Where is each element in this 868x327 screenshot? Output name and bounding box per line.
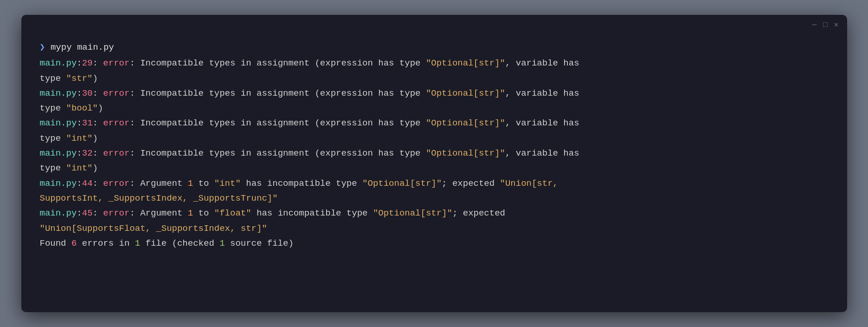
terminal-text-segment: "Optional[str]" <box>426 118 505 128</box>
terminal-text-segment: error <box>103 148 129 158</box>
terminal-line-line4a: main.py:32: error: Incompatible types in… <box>40 146 829 161</box>
command-text: mypy main.py <box>51 40 114 55</box>
terminal-text-segment: has incompatible type <box>241 178 362 189</box>
terminal-text-segment: : <box>93 178 103 189</box>
terminal-text-segment: : <box>77 58 82 68</box>
terminal-line-line3a: main.py:31: error: Incompatible types in… <box>40 116 829 131</box>
terminal-text-segment: error <box>103 88 129 98</box>
terminal-text-segment: main.py <box>40 58 77 68</box>
terminal-line-line6b: "Union[SupportsFloat, _SupportsIndex, st… <box>40 221 829 236</box>
terminal-text-segment: "bool" <box>66 103 98 113</box>
terminal-text-segment: "str" <box>66 73 93 84</box>
terminal-text-segment: main.py <box>40 118 77 128</box>
terminal-text-segment: type <box>40 73 66 84</box>
terminal-text-segment: ) <box>93 73 98 84</box>
terminal-text-segment: ) <box>93 163 98 173</box>
terminal-text-segment: 30 <box>82 88 93 98</box>
terminal-text-segment: : Argument <box>129 208 187 218</box>
terminal-text-segment: "Optional[str]" <box>426 148 505 158</box>
terminal-text-segment: "Optional[str]" <box>426 58 505 68</box>
terminal-text-segment: "float" <box>214 208 251 218</box>
terminal-text-segment: , variable has <box>505 88 579 98</box>
terminal-text-segment: error <box>103 208 129 218</box>
terminal-text-segment: main.py <box>40 178 77 189</box>
terminal-text-segment: ) <box>93 133 98 144</box>
terminal-text-segment: : <box>77 178 82 189</box>
terminal-text-segment: source file) <box>225 238 294 249</box>
terminal-line-line1a: main.py:29: error: Incompatible types in… <box>40 56 829 71</box>
terminal-text-segment: 29 <box>82 58 93 68</box>
terminal-text-segment: error <box>103 58 129 68</box>
terminal-text-segment: : <box>93 118 103 128</box>
terminal-text-segment: : <box>77 88 82 98</box>
terminal-text-segment: type <box>40 103 66 113</box>
terminal-text-segment: ; expected <box>452 208 505 218</box>
terminal-window: ─ □ ✕ ❯ mypy main.py main.py:29: error: … <box>21 15 847 312</box>
terminal-text-segment: , variable has <box>505 58 579 68</box>
terminal-line-line1b: type "str") <box>40 71 829 86</box>
title-bar: ─ □ ✕ <box>21 15 847 35</box>
terminal-text-segment: expected <box>452 178 495 189</box>
terminal-text-segment: : <box>77 118 82 128</box>
terminal-text-segment: 1 <box>188 208 193 218</box>
terminal-text-segment: "Optional[str]" <box>373 208 452 218</box>
terminal-text-segment: : <box>93 58 103 68</box>
terminal-text-segment: to <box>193 208 214 218</box>
terminal-text-segment: Found <box>40 238 71 249</box>
terminal-text-segment: "Optional[str]" <box>426 88 505 98</box>
terminal-text-segment: ) <box>98 103 103 113</box>
terminal-text-segment: type <box>40 133 66 144</box>
terminal-text-segment: : <box>93 208 103 218</box>
prompt-chevron-icon: ❯ <box>40 40 45 55</box>
terminal-text-segment: : Argument <box>129 178 187 189</box>
terminal-text-segment: has incompatible type <box>251 208 373 218</box>
terminal-text-segment: SupportsInt, _SupportsIndex, _SupportsTr… <box>40 193 278 203</box>
terminal-text-segment: "int" <box>66 133 93 144</box>
terminal-text-segment: : Incompatible types in assignment (expr… <box>129 88 426 98</box>
terminal-text-segment: , variable has <box>505 148 579 158</box>
terminal-text-segment: main.py <box>40 148 77 158</box>
terminal-line-line4b: type "int") <box>40 161 829 176</box>
terminal-text-segment: 44 <box>82 178 93 189</box>
prompt-line: ❯ mypy main.py <box>40 40 829 55</box>
terminal-text-segment: : Incompatible types in assignment (expr… <box>129 58 426 68</box>
terminal-line-line2a: main.py:30: error: Incompatible types in… <box>40 86 829 101</box>
terminal-line-line5b: SupportsInt, _SupportsIndex, _SupportsTr… <box>40 191 829 206</box>
close-button[interactable]: ✕ <box>834 21 839 29</box>
terminal-text-segment: 45 <box>82 208 93 218</box>
minimize-button[interactable]: ─ <box>812 21 817 29</box>
terminal-text-segment: "Union[str, <box>495 178 558 189</box>
terminal-text-segment: to <box>193 178 214 189</box>
output-lines: main.py:29: error: Incompatible types in… <box>40 56 829 251</box>
terminal-text-segment: file (checked <box>140 238 219 249</box>
terminal-text-segment: : <box>77 148 82 158</box>
terminal-line-line3b: type "int") <box>40 131 829 146</box>
terminal-text-segment: : Incompatible types in assignment (expr… <box>129 118 426 128</box>
terminal-text-segment: error <box>103 178 129 189</box>
terminal-text-segment: 1 <box>219 238 225 249</box>
terminal-text-segment: errors in <box>77 238 135 249</box>
terminal-text-segment: 1 <box>135 238 140 249</box>
terminal-text-segment: ; <box>442 178 452 189</box>
terminal-text-segment: "Optional[str]" <box>362 178 442 189</box>
terminal-text-segment: main.py <box>40 208 77 218</box>
terminal-text-segment: type <box>40 163 66 173</box>
terminal-line-line5a: main.py:44: error: Argument 1 to "int" h… <box>40 176 829 191</box>
terminal-content: ❯ mypy main.py main.py:29: error: Incomp… <box>21 35 847 260</box>
maximize-button[interactable]: □ <box>823 21 828 29</box>
terminal-text-segment: : <box>93 88 103 98</box>
terminal-text-segment: "Union[SupportsFloat, _SupportsIndex, st… <box>40 223 267 234</box>
terminal-text-segment: : <box>77 208 82 218</box>
terminal-line-line6a: main.py:45: error: Argument 1 to "float"… <box>40 206 829 221</box>
terminal-text-segment: : Incompatible types in assignment (expr… <box>129 148 426 158</box>
terminal-text-segment: "int" <box>214 178 241 189</box>
terminal-text-segment: main.py <box>40 88 77 98</box>
terminal-text-segment: 6 <box>71 238 77 249</box>
terminal-line-line7: Found 6 errors in 1 file (checked 1 sour… <box>40 236 829 251</box>
terminal-text-segment: : <box>93 148 103 158</box>
terminal-text-segment: "int" <box>66 163 93 173</box>
terminal-text-segment: 1 <box>188 178 193 189</box>
terminal-line-line2b: type "bool") <box>40 101 829 116</box>
terminal-text-segment: error <box>103 118 129 128</box>
terminal-text-segment: 31 <box>82 118 93 128</box>
